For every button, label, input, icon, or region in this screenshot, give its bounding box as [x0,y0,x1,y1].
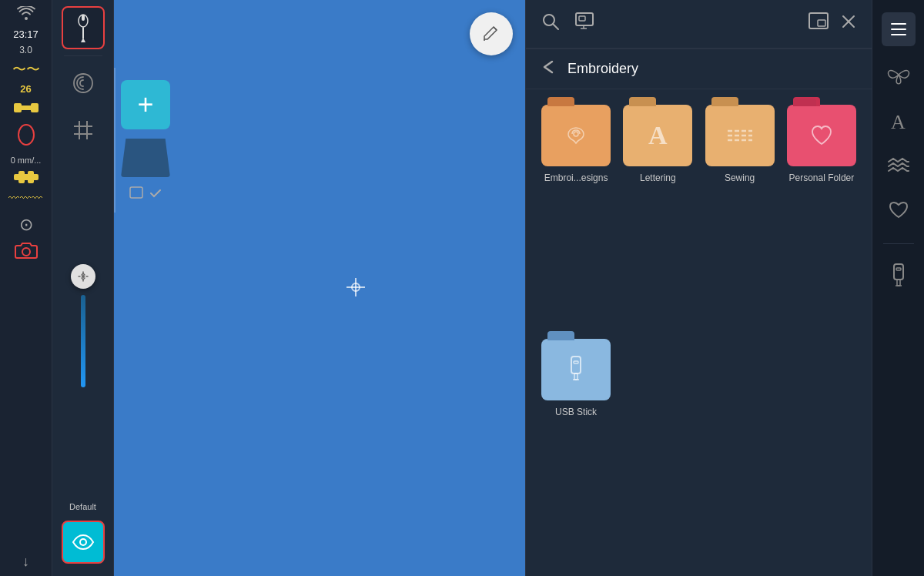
wifi-icon [17,6,35,24]
folder-sewing-icon [705,105,775,166]
breadcrumb-row: Embroidery [526,49,872,89]
svg-point-15 [82,275,85,278]
svg-line-24 [553,24,558,29]
search-icon[interactable] [541,12,560,35]
trapezoid-shape [121,139,170,177]
svg-rect-2 [31,103,38,112]
svg-rect-39 [574,373,578,380]
folder-usb-stick[interactable]: USB Stick [541,339,611,561]
fingerprint-tool-button[interactable] [62,62,105,105]
folder-embroidery-icon [541,105,611,166]
add-button[interactable]: + [121,80,170,129]
back-button[interactable] [541,60,558,78]
slider-container [71,155,95,496]
close-icon[interactable] [841,14,856,34]
canvas-crosshair [345,276,367,303]
folder-usb-icon [541,339,611,400]
display-icon[interactable] [575,12,597,35]
right-sidebar: A [872,0,924,576]
svg-rect-30 [818,20,825,26]
stitch-number: 26 [20,83,31,95]
edit-button[interactable] [470,12,513,55]
svg-point-17 [81,540,85,544]
stitch-icon: 〜〜 [12,60,40,79]
status-speed: 0 mm/... [11,156,42,165]
svg-rect-38 [574,361,578,363]
heart-icon[interactable] [885,197,912,228]
svg-rect-26 [579,16,585,21]
bobbin-icon [14,99,38,119]
svg-rect-5 [18,171,25,183]
file-browser-header [526,0,872,49]
arrow-down-icon: ↓ [22,554,29,570]
svg-rect-40 [894,264,903,280]
svg-point-7 [22,248,30,256]
file-header-right-icons [808,12,856,35]
needle-tool-button[interactable] [62,6,105,49]
svg-rect-6 [28,171,34,183]
grid-tool-button[interactable] [62,109,105,152]
check-button[interactable] [129,186,162,200]
usb-icon[interactable] [887,260,910,296]
zigzag-icon[interactable] [884,152,913,182]
svg-rect-42 [897,280,900,286]
svg-rect-4 [14,174,38,180]
folder-lettering[interactable]: A Lettering [623,105,692,327]
file-browser-panel: Embroidery Embroi...esigns A Lettering [525,0,872,576]
camera-icon [15,239,38,264]
svg-rect-22 [130,187,142,198]
folder-embroidery-label: Embroi...esigns [544,172,608,183]
main-canvas: + [114,0,525,576]
folder-usb-label: USB Stick [555,407,597,417]
svg-rect-8 [82,15,85,21]
folder-personal-label: Personal Folder [789,172,855,183]
eye-tool-button[interactable] [62,521,105,564]
folder-sewing-label: Sewing [725,172,755,183]
folder-personal[interactable]: Personal Folder [787,105,856,327]
file-header-left-icons [541,12,597,35]
oval-icon [17,123,35,151]
svg-rect-1 [14,103,22,112]
svg-point-3 [18,125,34,145]
status-time: 23:17 [13,28,38,40]
hamburger-icon [891,23,906,35]
folder-sewing[interactable]: Sewing [705,105,775,327]
folder-lettering-icon: A [623,105,692,166]
tool-panel: Default [52,0,114,576]
wavy-icon: 〰〰〰 [8,192,43,204]
svg-rect-10 [82,27,84,39]
svg-rect-41 [896,268,901,270]
feed-icon [12,169,40,187]
slider-knob[interactable] [71,264,95,289]
canvas-side-panel: + [114,68,176,213]
svg-rect-37 [571,357,581,373]
status-bar: 23:17 3.0 〜〜 26 0 mm/... 〰〰〰 ⊙ ↓ [0,0,52,576]
folder-embroidery-designs[interactable]: Embroi...esigns [541,105,611,327]
butterfly-icon[interactable] [884,62,913,92]
tool-divider-1 [64,55,102,56]
folder-personal-icon [787,105,856,166]
lettering-icon[interactable]: A [888,108,909,137]
svg-point-33 [574,132,578,136]
status-version: 3.0 [19,45,32,55]
circle-icon: ⊙ [19,215,33,235]
folder-lettering-label: Lettering [640,172,676,183]
breadcrumb-title: Embroidery [567,61,638,77]
folders-grid: Embroi...esigns A Lettering Sewing [526,89,872,576]
default-label: Default [69,502,96,511]
minimize-icon[interactable] [808,12,829,35]
canvas-header [114,0,525,68]
slider-track[interactable] [81,295,85,387]
sidebar-separator [883,243,914,244]
hamburger-menu-button[interactable] [882,12,916,46]
